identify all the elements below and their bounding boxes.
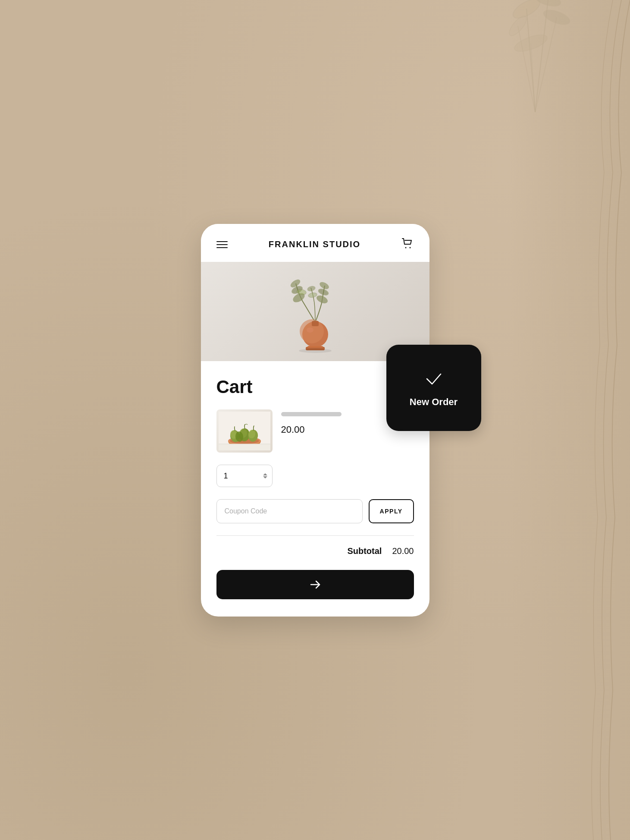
item-name-placeholder xyxy=(281,412,342,416)
svg-point-11 xyxy=(410,247,411,248)
svg-point-17 xyxy=(317,288,329,296)
arrow-right-icon xyxy=(309,579,321,591)
svg-point-16 xyxy=(316,294,328,305)
item-price: 20.00 xyxy=(281,424,305,435)
quantity-select[interactable]: 1 2 3 4 5 xyxy=(216,465,273,487)
svg-rect-24 xyxy=(312,321,319,326)
subtotal-value: 20.00 xyxy=(392,546,414,556)
brand-title: FRANKLIN STUDIO xyxy=(269,239,360,249)
svg-point-20 xyxy=(307,285,316,291)
svg-point-10 xyxy=(405,247,407,248)
divider xyxy=(216,535,414,536)
cart-title: Cart xyxy=(216,377,414,397)
quantity-row: 1 2 3 4 5 xyxy=(216,465,414,487)
checkmark-icon xyxy=(423,368,444,390)
app-header: FRANKLIN STUDIO xyxy=(201,224,429,262)
curtain-lines-decoration xyxy=(509,0,630,840)
svg-point-23 xyxy=(307,327,313,333)
svg-rect-26 xyxy=(307,346,323,348)
svg-rect-39 xyxy=(219,444,270,450)
phone-card: New Order FRANKLIN STUDIO xyxy=(201,224,429,617)
cart-icon-button[interactable] xyxy=(401,238,414,252)
hamburger-line-2 xyxy=(216,244,228,245)
hamburger-line-3 xyxy=(216,247,228,248)
coupon-row: APPLY xyxy=(216,499,414,523)
subtotal-label: Subtotal xyxy=(347,546,382,556)
quantity-wrapper: 1 2 3 4 5 xyxy=(216,465,273,487)
checkout-button[interactable] xyxy=(216,570,414,599)
coupon-input[interactable] xyxy=(216,499,363,523)
subtotal-row: Subtotal 20.00 xyxy=(216,546,414,556)
new-order-badge[interactable]: New Order xyxy=(386,345,481,431)
item-image-illustration xyxy=(219,412,270,450)
vase-illustration xyxy=(272,268,358,355)
cart-item: 20.00 xyxy=(216,409,414,453)
hamburger-line-1 xyxy=(216,241,228,242)
svg-point-27 xyxy=(299,349,332,353)
item-image xyxy=(216,409,273,453)
svg-point-19 xyxy=(308,292,317,298)
hamburger-menu[interactable] xyxy=(216,241,228,248)
new-order-label: New Order xyxy=(410,396,458,408)
apply-button[interactable]: APPLY xyxy=(369,499,414,523)
